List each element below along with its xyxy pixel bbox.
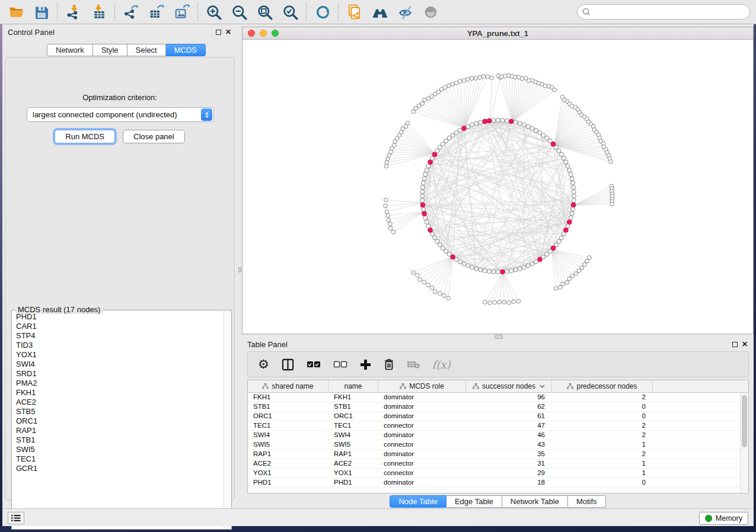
- ring-node[interactable]: [522, 265, 526, 270]
- search-input[interactable]: [577, 4, 750, 20]
- ring-node[interactable]: [492, 118, 496, 123]
- export-network-button[interactable]: [123, 4, 139, 20]
- leaf-node[interactable]: [433, 290, 438, 294]
- leaf-node[interactable]: [389, 150, 393, 154]
- ring-node[interactable]: [420, 185, 425, 190]
- ring-node[interactable]: [426, 224, 430, 228]
- leaf-node[interactable]: [554, 286, 558, 290]
- mcds-result-item[interactable]: TEC1: [12, 454, 223, 464]
- function-builder-button[interactable]: f(x): [432, 357, 451, 371]
- ring-node[interactable]: [492, 270, 496, 274]
- close-panel-icon[interactable]: ✕: [225, 29, 231, 35]
- leaf-node[interactable]: [488, 301, 492, 305]
- leaf-node[interactable]: [418, 277, 422, 281]
- ring-node[interactable]: [474, 267, 479, 271]
- mcds-node[interactable]: [420, 203, 425, 207]
- leaf-node[interactable]: [416, 273, 420, 277]
- import-table-button[interactable]: [91, 4, 107, 20]
- ring-node[interactable]: [569, 172, 573, 177]
- table-row[interactable]: TEC1TEC1connector472: [248, 421, 740, 431]
- zoom-out-button[interactable]: [231, 4, 247, 20]
- ring-node[interactable]: [470, 123, 474, 127]
- column-header-name[interactable]: name: [328, 380, 378, 392]
- ring-node[interactable]: [518, 121, 522, 126]
- ring-node[interactable]: [496, 270, 500, 274]
- leaf-node[interactable]: [391, 230, 395, 234]
- ring-node[interactable]: [505, 118, 509, 123]
- ring-node[interactable]: [435, 149, 439, 153]
- mcds-node[interactable]: [483, 119, 487, 124]
- ring-node[interactable]: [522, 123, 526, 127]
- tab-style[interactable]: Style: [93, 44, 127, 56]
- leaf-node[interactable]: [412, 271, 416, 275]
- ring-node[interactable]: [569, 216, 573, 220]
- export-table-button[interactable]: [148, 4, 164, 20]
- ring-node[interactable]: [466, 264, 470, 268]
- ring-node[interactable]: [483, 269, 487, 273]
- ring-node[interactable]: [562, 232, 566, 236]
- leaf-node[interactable]: [422, 280, 426, 284]
- delete-table-button[interactable]: [407, 357, 420, 371]
- network-canvas[interactable]: [243, 40, 753, 334]
- leaf-node[interactable]: [385, 210, 389, 214]
- leaf-node[interactable]: [583, 262, 587, 267]
- leaf-node[interactable]: [490, 76, 494, 80]
- ring-node[interactable]: [518, 267, 522, 271]
- leaf-node[interactable]: [565, 281, 569, 285]
- ring-node[interactable]: [509, 269, 513, 273]
- ring-node[interactable]: [570, 177, 574, 181]
- tab-edge-table[interactable]: Edge Table: [446, 495, 502, 508]
- leaf-node[interactable]: [430, 286, 434, 290]
- ring-node[interactable]: [420, 194, 425, 198]
- leaf-node[interactable]: [483, 300, 487, 305]
- ring-node[interactable]: [562, 156, 566, 161]
- ring-node[interactable]: [534, 259, 538, 264]
- mcds-node[interactable]: [422, 211, 427, 216]
- close-panel-icon[interactable]: ✕: [742, 341, 748, 347]
- mcds-result-item[interactable]: PHD1: [12, 312, 223, 322]
- search-field[interactable]: [577, 4, 750, 20]
- mcds-node[interactable]: [509, 119, 513, 124]
- ring-node[interactable]: [530, 126, 534, 130]
- ring-node[interactable]: [500, 118, 505, 123]
- first-neighbors-button[interactable]: [372, 4, 388, 20]
- leaf-node[interactable]: [388, 226, 393, 230]
- leaf-node[interactable]: [426, 283, 430, 287]
- ring-node[interactable]: [526, 264, 530, 268]
- ring-node[interactable]: [487, 270, 492, 274]
- leaf-node[interactable]: [466, 78, 470, 82]
- leaf-node[interactable]: [454, 81, 458, 85]
- leaf-node[interactable]: [493, 300, 497, 305]
- table-row[interactable]: FKH1FKH1dominator962: [248, 393, 740, 402]
- ring-node[interactable]: [479, 268, 483, 272]
- leaf-node[interactable]: [443, 85, 447, 89]
- leaf-node[interactable]: [478, 75, 482, 79]
- leaf-node[interactable]: [574, 272, 578, 276]
- table-row[interactable]: SWI5SWI5connector431: [248, 440, 740, 450]
- mcds-result-item[interactable]: STP4: [12, 331, 223, 341]
- criterion-select[interactable]: largest connected component (undirected): [27, 107, 214, 122]
- ring-node[interactable]: [571, 207, 575, 211]
- mcds-result-item[interactable]: STB1: [12, 435, 223, 445]
- leaf-node[interactable]: [486, 75, 490, 79]
- ring-node[interactable]: [421, 207, 425, 211]
- ring-node[interactable]: [513, 268, 518, 272]
- ring-node[interactable]: [526, 124, 530, 129]
- leaf-node[interactable]: [588, 256, 592, 260]
- leaf-node[interactable]: [438, 291, 442, 296]
- ring-node[interactable]: [466, 124, 470, 129]
- zoom-fit-button[interactable]: [257, 4, 273, 20]
- leaf-node[interactable]: [442, 294, 446, 298]
- ring-node[interactable]: [433, 236, 437, 240]
- ring-node[interactable]: [425, 168, 429, 172]
- ring-node[interactable]: [451, 133, 455, 137]
- leaf-node[interactable]: [406, 121, 410, 125]
- leaf-node[interactable]: [384, 164, 388, 168]
- ring-node[interactable]: [447, 136, 451, 140]
- ring-node[interactable]: [444, 249, 448, 254]
- ring-node[interactable]: [420, 198, 425, 203]
- mcds-result-item[interactable]: PMA2: [12, 379, 223, 388]
- leaf-node[interactable]: [458, 79, 462, 84]
- mcds-result-item[interactable]: RAP1: [12, 426, 223, 435]
- ring-node[interactable]: [421, 181, 425, 185]
